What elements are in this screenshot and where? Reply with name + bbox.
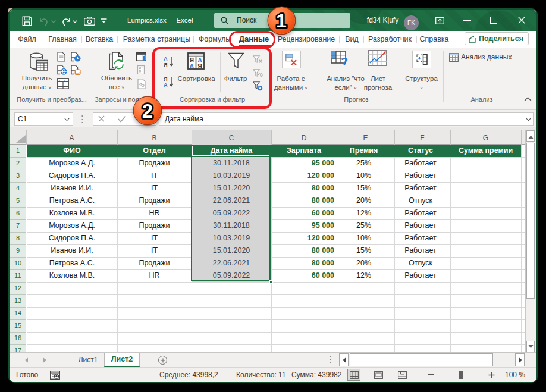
svg-text:2: 2: [142, 100, 153, 122]
svg-text:1: 1: [276, 10, 287, 32]
svg-text:?: ?: [341, 55, 349, 66]
